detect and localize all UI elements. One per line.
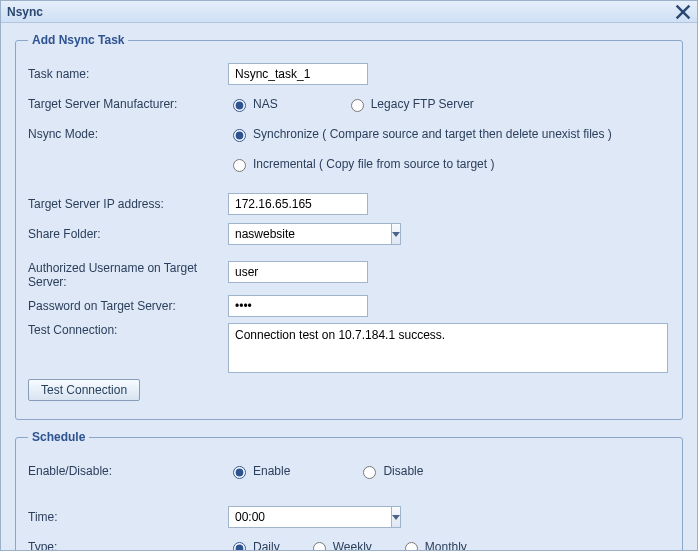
share-folder-input[interactable] <box>228 223 391 245</box>
add-nsync-task-fieldset: Add Nsync Task Task name: Target Server … <box>15 33 683 420</box>
time-dropdown-button[interactable] <box>391 506 401 528</box>
manufacturer-ftp-radio[interactable] <box>351 99 364 112</box>
type-daily-radio[interactable] <box>233 542 246 550</box>
username-label: Authorized Username on Target Server: <box>28 261 228 289</box>
svg-marker-3 <box>392 515 400 520</box>
test-connection-result: Connection test on 10.7.184.1 success. <box>228 323 668 373</box>
type-monthly-option[interactable]: Monthly <box>400 539 467 550</box>
enable-option[interactable]: Enable <box>228 463 290 479</box>
mode-incremental-option[interactable]: Incremental ( Copy file from source to t… <box>228 156 494 172</box>
target-ip-label: Target Server IP address: <box>28 197 228 211</box>
type-weekly-option[interactable]: Weekly <box>308 539 372 550</box>
type-label: Type: <box>28 540 228 550</box>
time-label: Time: <box>28 510 228 524</box>
password-input[interactable] <box>228 295 368 317</box>
target-ip-input[interactable] <box>228 193 368 215</box>
type-weekly-radio[interactable] <box>313 542 326 550</box>
window-title: Nsync <box>7 5 43 19</box>
time-combo[interactable] <box>228 506 328 528</box>
chevron-down-icon <box>392 232 400 237</box>
mode-incremental-label: Incremental ( Copy file from source to t… <box>253 157 494 171</box>
nsync-window: Nsync Add Nsync Task Task name: Target S… <box>0 0 698 551</box>
task-name-input[interactable] <box>228 63 368 85</box>
manufacturer-nas-label: NAS <box>253 97 278 111</box>
time-input[interactable] <box>228 506 391 528</box>
type-weekly-label: Weekly <box>333 540 372 550</box>
password-label: Password on Target Server: <box>28 299 228 313</box>
disable-label: Disable <box>383 464 423 478</box>
username-input[interactable] <box>228 261 368 283</box>
disable-radio[interactable] <box>363 466 376 479</box>
schedule-fieldset: Schedule Enable/Disable: Enable Disable <box>15 430 683 550</box>
type-monthly-label: Monthly <box>425 540 467 550</box>
chevron-down-icon <box>392 515 400 520</box>
type-daily-label: Daily <box>253 540 280 550</box>
share-folder-dropdown-button[interactable] <box>391 223 401 245</box>
type-monthly-radio[interactable] <box>405 542 418 550</box>
enable-radio[interactable] <box>233 466 246 479</box>
manufacturer-nas-option[interactable]: NAS <box>228 96 278 112</box>
add-nsync-task-legend: Add Nsync Task <box>28 33 128 47</box>
window-body: Add Nsync Task Task name: Target Server … <box>1 23 697 550</box>
mode-sync-radio[interactable] <box>233 129 246 142</box>
disable-option[interactable]: Disable <box>358 463 423 479</box>
type-daily-option[interactable]: Daily <box>228 539 280 550</box>
test-connection-button[interactable]: Test Connection <box>28 379 140 401</box>
mode-incremental-radio[interactable] <box>233 159 246 172</box>
schedule-legend: Schedule <box>28 430 89 444</box>
enable-label: Enable <box>253 464 290 478</box>
manufacturer-label: Target Server Manufacturer: <box>28 97 228 111</box>
enable-disable-label: Enable/Disable: <box>28 464 228 478</box>
svg-marker-2 <box>392 232 400 237</box>
close-icon[interactable] <box>675 4 691 20</box>
manufacturer-ftp-option[interactable]: Legacy FTP Server <box>346 96 474 112</box>
test-connection-label: Test Connection: <box>28 323 228 337</box>
manufacturer-nas-radio[interactable] <box>233 99 246 112</box>
manufacturer-ftp-label: Legacy FTP Server <box>371 97 474 111</box>
nsync-mode-label: Nsync Mode: <box>28 127 228 141</box>
mode-sync-label: Synchronize ( Compare source and target … <box>253 127 612 141</box>
share-folder-label: Share Folder: <box>28 227 228 241</box>
task-name-label: Task name: <box>28 67 228 81</box>
share-folder-combo[interactable] <box>228 223 328 245</box>
titlebar: Nsync <box>1 1 697 23</box>
mode-sync-option[interactable]: Synchronize ( Compare source and target … <box>228 126 612 142</box>
